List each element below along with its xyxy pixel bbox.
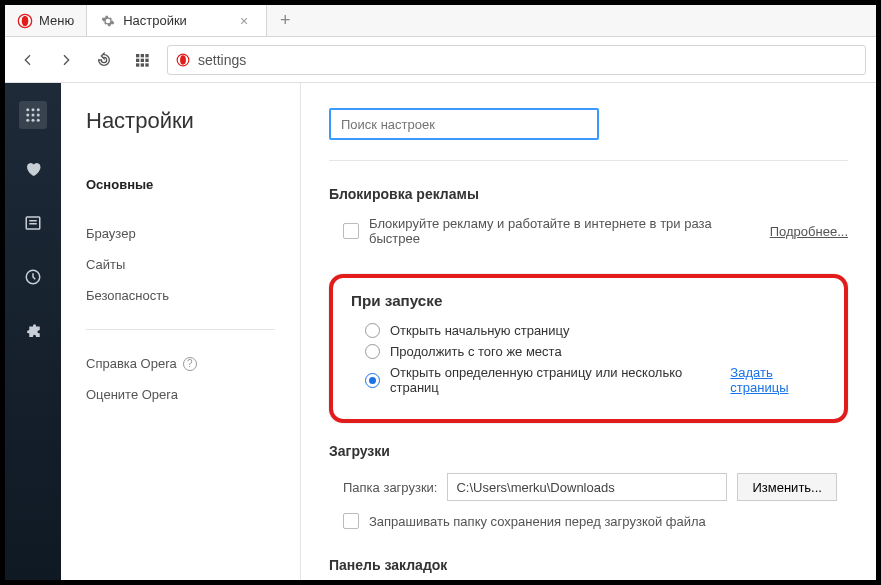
nav-toolbar: settings [5,37,876,83]
address-bar[interactable]: settings [167,45,866,75]
content-divider [329,160,848,161]
svg-point-16 [26,114,29,117]
svg-rect-10 [145,63,148,66]
new-tab-button[interactable]: + [267,5,303,36]
sidebar-item-security[interactable]: Безопасность [86,280,275,311]
adblock-label: Блокируйте рекламу и работайте в интерне… [369,216,746,246]
page-title: Настройки [86,108,275,134]
grid-icon [134,52,150,68]
startup-radio-continue[interactable] [365,344,380,359]
search-settings-input[interactable] [329,108,599,140]
sidebar-item-sites[interactable]: Сайты [86,249,275,280]
reload-button[interactable] [91,47,117,73]
svg-point-17 [32,114,35,117]
help-icon: ? [183,357,197,371]
forward-button[interactable] [53,47,79,73]
section-downloads: Загрузки Папка загрузки: Изменить... Зап… [329,443,848,529]
puzzle-icon [24,322,42,340]
startup-radio-home[interactable] [365,323,380,338]
reload-icon [96,52,112,68]
grid-dots-icon [24,106,42,124]
section-adblock: Блокировка рекламы Блокируйте рекламу и … [329,186,848,246]
opera-small-icon [176,53,190,67]
sidebar-item-browser[interactable]: Браузер [86,218,275,249]
svg-point-13 [26,108,29,111]
downloads-title: Загрузки [329,443,848,459]
rail-speed-dial[interactable] [19,101,47,129]
svg-point-19 [26,119,29,122]
clock-icon [24,268,42,286]
adblock-more-link[interactable]: Подробнее... [770,224,848,239]
adblock-title: Блокировка рекламы [329,186,848,202]
sidebar-rate-label: Оцените Opera [86,387,178,402]
startup-title: При запуске [351,292,826,309]
titlebar: Меню Настройки × + [5,5,876,37]
side-rail [5,83,61,580]
svg-point-20 [32,119,35,122]
news-icon [24,214,42,232]
menu-label: Меню [39,13,74,28]
startup-opt2: Продолжить с того же места [390,344,562,359]
address-text: settings [198,52,246,68]
rail-extensions[interactable] [19,317,47,345]
bookmarks-title: Панель закладок [329,557,848,573]
section-bookmarks-bar: Панель закладок Показывать панель заклад… [329,557,848,580]
speed-dial-button[interactable] [129,47,155,73]
downloads-ask-label: Запрашивать папку сохранения перед загру… [369,514,706,529]
svg-point-18 [37,114,40,117]
svg-rect-3 [141,54,144,57]
downloads-folder-input[interactable] [447,473,727,501]
rail-news[interactable] [19,209,47,237]
tab-close-icon[interactable]: × [236,13,252,29]
downloads-change-button[interactable]: Изменить... [737,473,836,501]
rail-bookmarks[interactable] [19,155,47,183]
startup-opt3: Открыть определенную страницу или нескол… [390,365,707,395]
opera-icon [17,13,33,29]
downloads-folder-label: Папка загрузки: [343,480,437,495]
chevron-right-icon [58,52,74,68]
svg-rect-7 [145,58,148,61]
svg-rect-5 [136,58,139,61]
settings-sidebar: Настройки Основные Браузер Сайты Безопас… [61,83,301,580]
sidebar-rate[interactable]: Оцените Opera [86,379,275,410]
svg-point-15 [37,108,40,111]
menu-button[interactable]: Меню [5,5,87,36]
tab-title: Настройки [123,13,187,28]
gear-icon [101,14,115,28]
rail-history[interactable] [19,263,47,291]
svg-rect-4 [145,54,148,57]
heart-icon [24,160,42,178]
sidebar-item-basic[interactable]: Основные [86,169,275,200]
chevron-left-icon [20,52,36,68]
svg-rect-9 [141,63,144,66]
svg-point-21 [37,119,40,122]
svg-point-12 [180,55,186,64]
sidebar-separator [86,329,275,330]
startup-opt1: Открыть начальную страницу [390,323,570,338]
adblock-checkbox[interactable] [343,223,359,239]
downloads-ask-checkbox[interactable] [343,513,359,529]
section-startup: При запуске Открыть начальную страницу П… [329,274,848,423]
settings-content: Блокировка рекламы Блокируйте рекламу и … [301,83,876,580]
back-button[interactable] [15,47,41,73]
svg-point-1 [22,15,29,26]
tab-settings[interactable]: Настройки × [87,5,267,36]
startup-radio-specific[interactable] [365,373,380,388]
sidebar-help[interactable]: Справка Opera ? [86,348,275,379]
sidebar-help-label: Справка Opera [86,356,177,371]
svg-rect-6 [141,58,144,61]
svg-point-14 [32,108,35,111]
svg-rect-8 [136,63,139,66]
startup-set-pages-link[interactable]: Задать страницы [730,365,826,395]
svg-rect-2 [136,54,139,57]
